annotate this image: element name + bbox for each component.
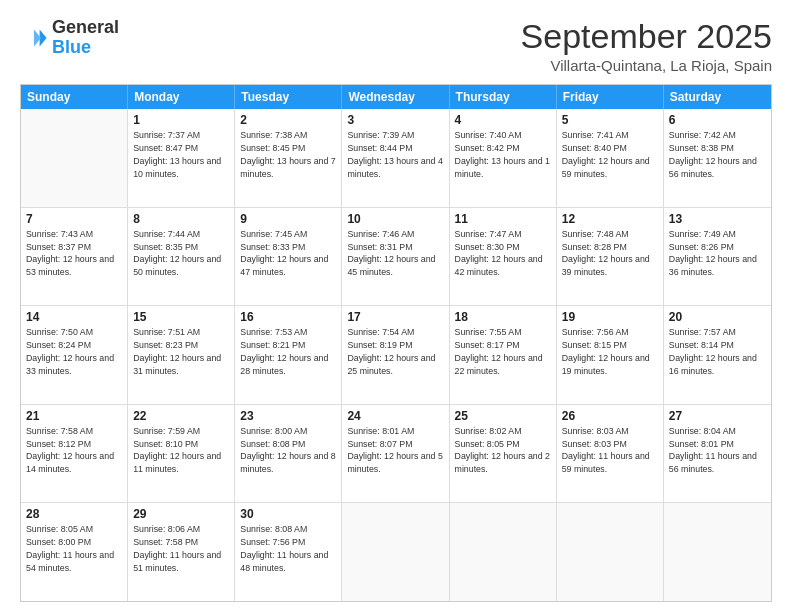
cell-info: Sunrise: 7:40 AMSunset: 8:42 PMDaylight:…: [455, 129, 551, 180]
weekday-header: Saturday: [664, 85, 771, 109]
day-number: 24: [347, 409, 443, 423]
cell-info: Sunrise: 7:47 AMSunset: 8:30 PMDaylight:…: [455, 228, 551, 279]
weekday-header: Thursday: [450, 85, 557, 109]
day-number: 21: [26, 409, 122, 423]
day-number: 28: [26, 507, 122, 521]
cell-info: Sunrise: 7:49 AMSunset: 8:26 PMDaylight:…: [669, 228, 766, 279]
calendar-cell: 8Sunrise: 7:44 AMSunset: 8:35 PMDaylight…: [128, 208, 235, 306]
day-number: 4: [455, 113, 551, 127]
cell-info: Sunrise: 8:00 AMSunset: 8:08 PMDaylight:…: [240, 425, 336, 476]
cell-info: Sunrise: 7:45 AMSunset: 8:33 PMDaylight:…: [240, 228, 336, 279]
day-number: 10: [347, 212, 443, 226]
day-number: 25: [455, 409, 551, 423]
calendar-cell: 10Sunrise: 7:46 AMSunset: 8:31 PMDayligh…: [342, 208, 449, 306]
calendar-cell: 13Sunrise: 7:49 AMSunset: 8:26 PMDayligh…: [664, 208, 771, 306]
calendar-cell: 16Sunrise: 7:53 AMSunset: 8:21 PMDayligh…: [235, 306, 342, 404]
cell-info: Sunrise: 7:48 AMSunset: 8:28 PMDaylight:…: [562, 228, 658, 279]
day-number: 15: [133, 310, 229, 324]
calendar-cell: 22Sunrise: 7:59 AMSunset: 8:10 PMDayligh…: [128, 405, 235, 503]
calendar-cell: [557, 503, 664, 601]
calendar-cell: 27Sunrise: 8:04 AMSunset: 8:01 PMDayligh…: [664, 405, 771, 503]
day-number: 19: [562, 310, 658, 324]
cell-info: Sunrise: 8:08 AMSunset: 7:56 PMDaylight:…: [240, 523, 336, 574]
calendar-cell: 19Sunrise: 7:56 AMSunset: 8:15 PMDayligh…: [557, 306, 664, 404]
cell-info: Sunrise: 7:55 AMSunset: 8:17 PMDaylight:…: [455, 326, 551, 377]
calendar-cell: 6Sunrise: 7:42 AMSunset: 8:38 PMDaylight…: [664, 109, 771, 207]
cell-info: Sunrise: 7:59 AMSunset: 8:10 PMDaylight:…: [133, 425, 229, 476]
calendar-cell: [664, 503, 771, 601]
day-number: 5: [562, 113, 658, 127]
day-number: 6: [669, 113, 766, 127]
day-number: 30: [240, 507, 336, 521]
day-number: 22: [133, 409, 229, 423]
day-number: 3: [347, 113, 443, 127]
cell-info: Sunrise: 7:50 AMSunset: 8:24 PMDaylight:…: [26, 326, 122, 377]
calendar-row: 28Sunrise: 8:05 AMSunset: 8:00 PMDayligh…: [21, 503, 771, 601]
calendar-row: 1Sunrise: 7:37 AMSunset: 8:47 PMDaylight…: [21, 109, 771, 208]
cell-info: Sunrise: 8:01 AMSunset: 8:07 PMDaylight:…: [347, 425, 443, 476]
cell-info: Sunrise: 7:54 AMSunset: 8:19 PMDaylight:…: [347, 326, 443, 377]
calendar-cell: 4Sunrise: 7:40 AMSunset: 8:42 PMDaylight…: [450, 109, 557, 207]
logo-icon: [20, 24, 48, 52]
day-number: 2: [240, 113, 336, 127]
day-number: 11: [455, 212, 551, 226]
calendar-cell: 7Sunrise: 7:43 AMSunset: 8:37 PMDaylight…: [21, 208, 128, 306]
calendar-cell: 26Sunrise: 8:03 AMSunset: 8:03 PMDayligh…: [557, 405, 664, 503]
cell-info: Sunrise: 7:58 AMSunset: 8:12 PMDaylight:…: [26, 425, 122, 476]
cell-info: Sunrise: 7:38 AMSunset: 8:45 PMDaylight:…: [240, 129, 336, 180]
logo-line1: General: [52, 18, 119, 38]
day-number: 12: [562, 212, 658, 226]
calendar-cell: 11Sunrise: 7:47 AMSunset: 8:30 PMDayligh…: [450, 208, 557, 306]
cell-info: Sunrise: 7:43 AMSunset: 8:37 PMDaylight:…: [26, 228, 122, 279]
location: Villarta-Quintana, La Rioja, Spain: [521, 57, 772, 74]
calendar-cell: 14Sunrise: 7:50 AMSunset: 8:24 PMDayligh…: [21, 306, 128, 404]
calendar-body: 1Sunrise: 7:37 AMSunset: 8:47 PMDaylight…: [21, 109, 771, 601]
day-number: 14: [26, 310, 122, 324]
day-number: 16: [240, 310, 336, 324]
day-number: 23: [240, 409, 336, 423]
weekday-header: Tuesday: [235, 85, 342, 109]
calendar-cell: 18Sunrise: 7:55 AMSunset: 8:17 PMDayligh…: [450, 306, 557, 404]
cell-info: Sunrise: 7:42 AMSunset: 8:38 PMDaylight:…: [669, 129, 766, 180]
cell-info: Sunrise: 7:57 AMSunset: 8:14 PMDaylight:…: [669, 326, 766, 377]
day-number: 9: [240, 212, 336, 226]
calendar-cell: 23Sunrise: 8:00 AMSunset: 8:08 PMDayligh…: [235, 405, 342, 503]
day-number: 29: [133, 507, 229, 521]
logo-line2: Blue: [52, 38, 119, 58]
calendar-cell: 30Sunrise: 8:08 AMSunset: 7:56 PMDayligh…: [235, 503, 342, 601]
cell-info: Sunrise: 7:51 AMSunset: 8:23 PMDaylight:…: [133, 326, 229, 377]
calendar-cell: [450, 503, 557, 601]
calendar-cell: 5Sunrise: 7:41 AMSunset: 8:40 PMDaylight…: [557, 109, 664, 207]
calendar-row: 7Sunrise: 7:43 AMSunset: 8:37 PMDaylight…: [21, 208, 771, 307]
calendar-header: SundayMondayTuesdayWednesdayThursdayFrid…: [21, 85, 771, 109]
cell-info: Sunrise: 7:46 AMSunset: 8:31 PMDaylight:…: [347, 228, 443, 279]
day-number: 17: [347, 310, 443, 324]
calendar-cell: 12Sunrise: 7:48 AMSunset: 8:28 PMDayligh…: [557, 208, 664, 306]
logo-text: General Blue: [52, 18, 119, 58]
calendar: SundayMondayTuesdayWednesdayThursdayFrid…: [20, 84, 772, 602]
weekday-header: Wednesday: [342, 85, 449, 109]
cell-info: Sunrise: 7:44 AMSunset: 8:35 PMDaylight:…: [133, 228, 229, 279]
calendar-row: 21Sunrise: 7:58 AMSunset: 8:12 PMDayligh…: [21, 405, 771, 504]
calendar-cell: 21Sunrise: 7:58 AMSunset: 8:12 PMDayligh…: [21, 405, 128, 503]
month-title: September 2025: [521, 18, 772, 55]
day-number: 7: [26, 212, 122, 226]
cell-info: Sunrise: 7:41 AMSunset: 8:40 PMDaylight:…: [562, 129, 658, 180]
cell-info: Sunrise: 8:06 AMSunset: 7:58 PMDaylight:…: [133, 523, 229, 574]
cell-info: Sunrise: 7:56 AMSunset: 8:15 PMDaylight:…: [562, 326, 658, 377]
calendar-cell: 20Sunrise: 7:57 AMSunset: 8:14 PMDayligh…: [664, 306, 771, 404]
page: General Blue September 2025 Villarta-Qui…: [0, 0, 792, 612]
cell-info: Sunrise: 7:53 AMSunset: 8:21 PMDaylight:…: [240, 326, 336, 377]
cell-info: Sunrise: 8:05 AMSunset: 8:00 PMDaylight:…: [26, 523, 122, 574]
title-block: September 2025 Villarta-Quintana, La Rio…: [521, 18, 772, 74]
cell-info: Sunrise: 8:03 AMSunset: 8:03 PMDaylight:…: [562, 425, 658, 476]
calendar-cell: 29Sunrise: 8:06 AMSunset: 7:58 PMDayligh…: [128, 503, 235, 601]
day-number: 26: [562, 409, 658, 423]
calendar-cell: 24Sunrise: 8:01 AMSunset: 8:07 PMDayligh…: [342, 405, 449, 503]
calendar-cell: 2Sunrise: 7:38 AMSunset: 8:45 PMDaylight…: [235, 109, 342, 207]
calendar-cell: [21, 109, 128, 207]
calendar-cell: 28Sunrise: 8:05 AMSunset: 8:00 PMDayligh…: [21, 503, 128, 601]
cell-info: Sunrise: 7:39 AMSunset: 8:44 PMDaylight:…: [347, 129, 443, 180]
calendar-cell: 1Sunrise: 7:37 AMSunset: 8:47 PMDaylight…: [128, 109, 235, 207]
weekday-header: Monday: [128, 85, 235, 109]
